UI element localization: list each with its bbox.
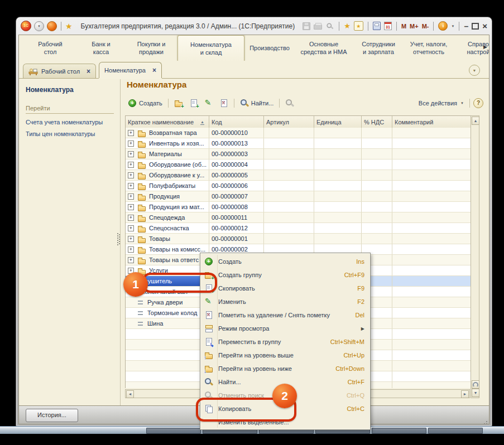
tab-label: Рабочий стол bbox=[41, 68, 80, 75]
scroll-locate-button[interactable] bbox=[472, 380, 479, 389]
expand-icon[interactable]: + bbox=[128, 215, 134, 221]
expand-icon[interactable]: + bbox=[128, 151, 134, 157]
create-group-button[interactable]: + bbox=[172, 98, 185, 109]
all-actions-button[interactable]: Все действия▼ bbox=[416, 99, 466, 108]
expand-icon[interactable]: + bbox=[128, 141, 134, 147]
find-button[interactable]: Найти... bbox=[238, 98, 276, 109]
expand-icon[interactable]: + bbox=[128, 162, 134, 168]
expand-icon[interactable]: + bbox=[128, 130, 134, 136]
sidebar-link-price-types[interactable]: Типы цен номенклатуры bbox=[26, 130, 120, 137]
maximize-button[interactable] bbox=[472, 23, 479, 30]
sidebar-splitter[interactable] bbox=[117, 233, 118, 234]
minimize-button[interactable]: – bbox=[464, 22, 468, 30]
info-caret-icon[interactable]: ▼ bbox=[451, 25, 454, 28]
close-button[interactable]: × bbox=[482, 22, 487, 30]
table-row[interactable]: +Спецодежда00-00000011 bbox=[126, 212, 471, 223]
section-tab-4[interactable]: Номенклатураи склад bbox=[177, 35, 244, 61]
resize-grip[interactable] bbox=[486, 421, 487, 422]
copy-button[interactable]: + bbox=[187, 98, 200, 109]
context-menu-item-3[interactable]: +СкопироватьF9 bbox=[201, 282, 369, 295]
context-menu-item-1[interactable]: +СоздатьIns bbox=[201, 255, 369, 268]
table-row[interactable]: +Возвратная тара00-00000010 bbox=[126, 128, 471, 138]
table-row[interactable]: +Товары00-00000001 bbox=[126, 234, 471, 244]
table-row[interactable]: +Инвентарь и хозя...00-00000013 bbox=[126, 138, 471, 149]
context-menu-item-7[interactable]: ↳Переместить в группуCtrl+Shift+M bbox=[201, 335, 369, 349]
section-tab-3[interactable]: Покупки ипродажи bbox=[125, 35, 177, 61]
1c-logo-icon[interactable]: 1С bbox=[21, 21, 31, 31]
cancel-search-button[interactable] bbox=[283, 98, 296, 109]
main-menu-button[interactable]: ▼ bbox=[34, 21, 44, 31]
favorites-star-icon[interactable]: ★ bbox=[65, 22, 73, 31]
tab-list-button[interactable]: ▼ bbox=[469, 65, 480, 76]
create-button[interactable]: +Создать bbox=[126, 98, 165, 109]
table-row[interactable]: +Продукция из мат...00-00000008 bbox=[126, 202, 471, 212]
table-row[interactable]: +Материалы00-00000003 bbox=[126, 149, 471, 159]
help-button[interactable]: ? bbox=[473, 98, 483, 108]
context-menu-item-6[interactable]: Режим просмотра▶ bbox=[201, 322, 369, 335]
context-menu-item-2[interactable]: +Создать группуCtrl+F9 bbox=[201, 268, 369, 282]
tab-close-icon[interactable]: × bbox=[87, 67, 90, 75]
column-header-2[interactable]: Код bbox=[209, 116, 264, 128]
expand-icon[interactable]: + bbox=[128, 246, 134, 253]
scroll-down-button[interactable]: ▼ bbox=[472, 389, 479, 397]
memory-button[interactable]: M bbox=[401, 22, 406, 31]
table-row[interactable]: +Полуфабрикаты00-00000006 bbox=[126, 181, 471, 191]
table-row[interactable]: +Оборудование (об...00-00000004 bbox=[126, 159, 471, 170]
history-button[interactable]: История... bbox=[26, 409, 78, 422]
tab-nomenclature[interactable]: Номенклатура × bbox=[99, 62, 162, 78]
info-button[interactable]: i bbox=[438, 21, 448, 31]
edit-button[interactable]: ✎ bbox=[202, 98, 215, 109]
table-row[interactable]: +Оборудование к у...00-00000005 bbox=[126, 170, 471, 181]
calendar-icon[interactable]: 31 bbox=[384, 22, 392, 30]
section-tab-6[interactable]: Основныесредства и НМА bbox=[295, 35, 353, 61]
add-favorite-button[interactable]: ★ bbox=[344, 22, 351, 30]
column-header-5[interactable]: % НДС bbox=[362, 116, 392, 128]
folder-icon bbox=[137, 245, 146, 254]
table-row[interactable]: +Продукция00-00000007 bbox=[126, 191, 471, 202]
vertical-scrollbar[interactable]: ▲ ▼ bbox=[471, 115, 479, 398]
expand-icon[interactable]: + bbox=[128, 257, 134, 263]
section-tab-1[interactable]: Рабочийстол bbox=[23, 35, 77, 61]
column-header-3[interactable]: Артикул bbox=[264, 116, 314, 128]
tab-desktop[interactable]: Рабочий стол × bbox=[23, 64, 96, 78]
calculator-icon[interactable] bbox=[373, 22, 381, 30]
expand-icon[interactable]: + bbox=[128, 183, 134, 189]
section-tab-7[interactable]: Сотрудникии зарплата bbox=[353, 35, 404, 61]
column-header-4[interactable]: Единица bbox=[314, 116, 362, 128]
context-menu-item-8[interactable]: ↑Перейти на уровень вышеCtrl+Up bbox=[201, 349, 369, 362]
sidebar-link-accounts[interactable]: Счета учета номенклатуры bbox=[26, 119, 120, 125]
taskbar-button[interactable] bbox=[428, 428, 483, 434]
column-header-1[interactable]: Краткое наименование▲ bbox=[126, 116, 209, 128]
context-menu-item-9[interactable]: ↓Перейти на уровень нижеCtrl+Down bbox=[201, 362, 369, 375]
context-menu-item-4[interactable]: ✎ИзменитьF2 bbox=[201, 295, 369, 308]
service-menu-button[interactable] bbox=[47, 21, 57, 31]
scroll-up-button[interactable]: ▲ bbox=[472, 117, 479, 125]
section-tab-8[interactable]: Учет, налоги,отчетность bbox=[404, 35, 453, 61]
tab-overflow-arrow-icon[interactable]: ▶ bbox=[483, 44, 487, 50]
scroll-left-button[interactable]: ◄ bbox=[126, 390, 134, 398]
taskbar-button[interactable] bbox=[372, 428, 426, 434]
folder-icon bbox=[137, 182, 146, 190]
expand-icon[interactable]: + bbox=[128, 236, 134, 242]
delete-button[interactable]: × bbox=[217, 98, 231, 109]
expand-icon[interactable]: + bbox=[128, 194, 134, 200]
tab-label: Номенклатура bbox=[104, 67, 146, 74]
taskbar-button[interactable] bbox=[146, 428, 201, 434]
section-tab-2[interactable]: Банк икасса bbox=[77, 35, 125, 61]
memory-plus-button[interactable]: M+ bbox=[410, 22, 419, 31]
favorites-list-button[interactable]: ★ bbox=[354, 21, 363, 31]
expand-icon[interactable]: + bbox=[128, 172, 134, 178]
scroll-right-button[interactable]: ► bbox=[461, 390, 469, 398]
sidebar-group-label: Перейти bbox=[26, 105, 114, 114]
sidebar-title: Номенклатура bbox=[26, 86, 120, 94]
section-tab-5[interactable]: Производство bbox=[244, 35, 295, 61]
column-header-6[interactable]: Комментарий bbox=[392, 116, 471, 128]
expand-icon[interactable]: + bbox=[128, 204, 134, 210]
expand-icon[interactable]: + bbox=[128, 225, 134, 231]
titlebar[interactable]: 1С ▼ ★ Бухгалтерия предприятия, редакция… bbox=[16, 17, 492, 35]
tab-close-icon[interactable]: × bbox=[152, 66, 156, 74]
subtab-bar: Рабочий стол × Номенклатура × ▼ bbox=[19, 61, 489, 79]
context-menu-item-5[interactable]: ×Пометить на удаление / Снять пометкуDel bbox=[201, 308, 369, 322]
table-row[interactable]: +Спецоснастка00-00000012 bbox=[126, 223, 471, 234]
memory-minus-button[interactable]: M- bbox=[422, 22, 429, 31]
